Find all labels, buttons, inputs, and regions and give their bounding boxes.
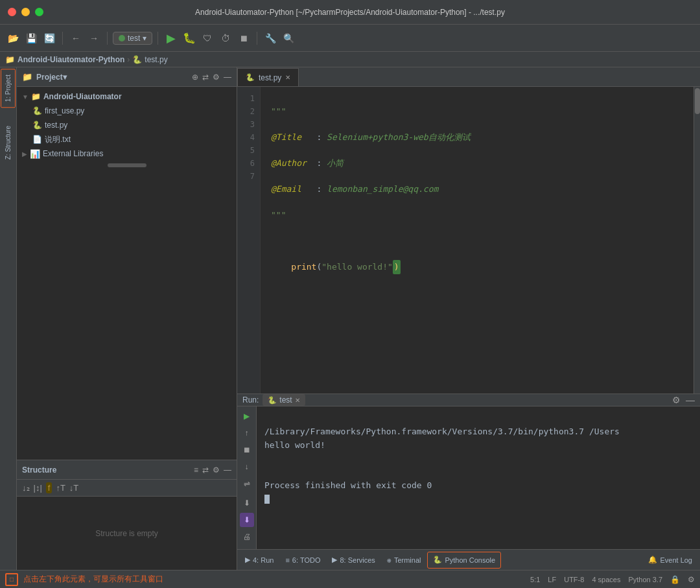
breadcrumb-file-icon: 🐍	[132, 55, 142, 64]
stop-button[interactable]: ⏹	[236, 30, 251, 46]
warning-icon[interactable]: ⚙	[688, 575, 695, 584]
tab-filename: test.py	[259, 73, 281, 82]
tree-item-readme[interactable]: 📄 说明.txt	[17, 132, 237, 147]
editor-and-run: 🐍 test.py ✕ 1 2 3 4	[237, 67, 700, 570]
struct-icon-4[interactable]: ↑T	[56, 483, 65, 493]
file-encoding[interactable]: UTF-8	[564, 576, 584, 583]
structure-header: Structure ≡ ⇄ ⚙ —	[17, 460, 237, 480]
project-header: 📁 Project▾ ⊕ ⇄ ⚙ —	[17, 67, 237, 87]
services-tool-button[interactable]: ▶ 8: Services	[327, 552, 380, 569]
search-icon[interactable]: 🔍	[281, 30, 296, 46]
tree-item-external-libs[interactable]: ▶ 📊 External Libraries	[17, 147, 237, 161]
maximize-button[interactable]	[35, 8, 43, 16]
run-button[interactable]: ▶	[163, 30, 179, 46]
editor-area: 🐍 test.py ✕ 1 2 3 4	[237, 67, 700, 394]
py-file-icon-2: 🐍	[32, 121, 42, 130]
python-console-tool-button[interactable]: 🐍 Python Console	[427, 552, 501, 569]
run-play-icon[interactable]: ▶	[240, 409, 254, 423]
python-console-label: Python Console	[445, 556, 495, 564]
run-tab-close[interactable]: ✕	[295, 397, 300, 404]
project-header-icons: ⊕ ⇄ ⚙ —	[192, 73, 231, 82]
run-filter-icon[interactable]: ⬇	[240, 496, 254, 510]
run-settings-icon[interactable]: ⚙	[672, 395, 681, 405]
minimize-panel-icon[interactable]: —	[224, 73, 231, 82]
python-version[interactable]: Python 3.7	[628, 576, 662, 583]
left-panel: 📁 Project▾ ⊕ ⇄ ⚙ — ▼ 📁 Android-Uiautomat…	[17, 67, 237, 570]
run-label: Run:	[242, 395, 259, 405]
struct-icon-5[interactable]: ↓T	[69, 483, 78, 493]
tree-scroll-indicator	[108, 163, 146, 167]
traffic-lights	[8, 8, 43, 16]
profile-icon[interactable]: ⏱	[218, 30, 233, 46]
gear-icon[interactable]: ⚙	[213, 73, 220, 82]
run-stop-icon[interactable]: ⏹	[240, 443, 254, 457]
struct-icon-gold[interactable]: f	[46, 482, 52, 493]
collapse-icon[interactable]: ⇄	[202, 73, 209, 82]
minimize-button[interactable]	[21, 8, 30, 16]
project-header-label[interactable]: Project▾	[36, 73, 67, 82]
run-print-icon[interactable]: 🖨	[240, 530, 254, 544]
close-button[interactable]	[8, 8, 16, 16]
line-numbers: 1 2 3 4 5 6 7	[237, 87, 261, 394]
run-up-icon[interactable]: ↑	[240, 426, 254, 440]
window-title: Android-Uiautomator-Python [~/PycharmPro…	[195, 8, 505, 17]
breadcrumb-file[interactable]: test.py	[145, 55, 167, 64]
sync-icon[interactable]: 🔄	[41, 30, 57, 46]
run-tool-button[interactable]: ▶ 4: Run	[240, 552, 279, 569]
code-line-3: @Author : 小简	[271, 157, 683, 170]
add-icon[interactable]: ⊕	[192, 73, 198, 82]
sidebar-item-structure[interactable]: Z: Structure	[1, 121, 15, 165]
status-left-icon[interactable]: □	[5, 573, 18, 586]
tree-item-first-use[interactable]: 🐍 first_use.py	[17, 104, 237, 118]
main-toolbar: 📂 💾 🔄 ← → test ▾ ▶ 🐛 🛡 ⏱ ⏹ 🔧 🔍	[0, 25, 700, 52]
todo-tool-button[interactable]: ≡ 6: TODO	[280, 552, 325, 569]
sort-alpha-icon[interactable]: ↓₂	[22, 483, 30, 493]
status-annotation: 点击左下角此元素，可显示所有工具窗口	[23, 574, 163, 585]
py-file-icon-1: 🐍	[32, 106, 42, 115]
run-header: Run: 🐍 test ✕ ⚙ —	[237, 394, 700, 406]
editor-scrollbar[interactable]	[694, 87, 700, 394]
struct-collapse-icon[interactable]: ≡	[194, 465, 198, 475]
editor-tab-test-py[interactable]: 🐍 test.py ✕	[237, 68, 299, 86]
code-content[interactable]: """ @Title : Selenium+python3-web自动化测试 @…	[261, 87, 694, 394]
lock-icon[interactable]: 🔒	[670, 575, 680, 584]
cursor-position[interactable]: 5:1	[530, 576, 540, 583]
save-icon[interactable]: 💾	[23, 30, 39, 46]
struct-icon-2[interactable]: |↕|	[34, 483, 42, 493]
run-minimize-icon[interactable]: —	[686, 395, 695, 405]
run-tab-py-icon: 🐍	[268, 396, 277, 405]
tree-item-root[interactable]: ▼ 📁 Android-Uiautomator	[17, 89, 237, 104]
terminal-tool-button[interactable]: ⎈ Terminal	[382, 552, 426, 569]
struct-expand-icon[interactable]: ⇄	[202, 465, 209, 475]
run-scroll-end-icon[interactable]: ⬇	[240, 513, 254, 527]
tab-close-button[interactable]: ✕	[285, 74, 290, 81]
struct-gear-icon[interactable]: ⚙	[213, 465, 220, 475]
app-wrapper: Android-Uiautomator-Python [~/PycharmPro…	[0, 0, 700, 588]
left-side-tabs: 1: Project Z: Structure	[0, 67, 17, 570]
run-wrap-icon[interactable]: ⇌	[240, 476, 254, 491]
struct-minimize-icon[interactable]: —	[224, 465, 231, 475]
structure-tab-label: Z: Structure	[5, 126, 12, 159]
breadcrumb-project[interactable]: Android-Uiautomator-Python	[18, 55, 124, 64]
cursor	[264, 495, 270, 504]
run-tab-test[interactable]: 🐍 test ✕	[262, 394, 305, 406]
run-panel: Run: 🐍 test ✕ ⚙ —	[237, 394, 700, 549]
tree-item-test-py[interactable]: 🐍 test.py	[17, 118, 237, 132]
root-folder-icon: 📁	[31, 92, 41, 101]
content-area: 1: Project Z: Structure 📁 Project▾ ⊕ ⇄ ⚙…	[0, 67, 700, 570]
forward-icon[interactable]: →	[86, 30, 102, 46]
indent-setting[interactable]: 4 spaces	[592, 576, 620, 583]
sidebar-item-project[interactable]: 1: Project	[1, 69, 16, 108]
run-config-selector[interactable]: test ▾	[113, 32, 152, 45]
open-folder-icon[interactable]: 📂	[5, 30, 21, 46]
tree-file-3: 说明.txt	[45, 134, 71, 145]
tree-file-1: first_use.py	[45, 106, 84, 115]
event-log-tool-button[interactable]: 🔔 Event Log	[643, 552, 697, 569]
line-ending[interactable]: LF	[548, 576, 556, 583]
back-icon[interactable]: ←	[68, 30, 84, 46]
coverage-icon[interactable]: 🛡	[200, 30, 215, 46]
settings-icon[interactable]: 🔧	[262, 30, 278, 46]
run-down-icon[interactable]: ↓	[240, 460, 254, 474]
debug-button[interactable]: 🐛	[181, 30, 197, 46]
run-config-name: test	[128, 34, 140, 43]
